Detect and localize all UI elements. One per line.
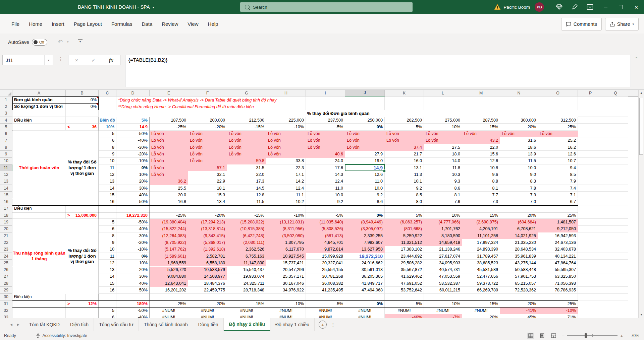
cell-H32[interactable]: #NUM! [266, 307, 306, 314]
cell-G17[interactable] [227, 205, 266, 212]
scroll-down-icon[interactable]: ▼ [640, 313, 643, 316]
cell-M7[interactable]: 43.2 [462, 137, 500, 144]
column-header-L[interactable]: L [424, 90, 462, 96]
cell-Q32[interactable] [603, 307, 628, 314]
cell-Q12[interactable] [603, 171, 628, 178]
restore-button[interactable] [613, 0, 629, 14]
cell-C22[interactable]: 9 [99, 239, 116, 246]
row-header-18[interactable]: 18 [0, 212, 12, 219]
cell-E20[interactable]: (15,822,244) [150, 226, 188, 232]
cell-Q11[interactable] [603, 164, 628, 171]
cell-K10[interactable]: 16.0 [385, 158, 424, 164]
cell-L26[interactable]: 40,574,731 [424, 267, 462, 273]
cell-J1[interactable] [345, 96, 385, 103]
cell-I10[interactable]: 24.0 [306, 158, 345, 164]
cell-I17[interactable] [306, 205, 345, 212]
cell-L24[interactable]: 27,617,074 [424, 253, 462, 260]
cell-D32[interactable]: -50% [116, 307, 150, 314]
cell-C7[interactable]: 6 [99, 137, 116, 144]
cell-F10[interactable]: Lỗ vốn [188, 158, 227, 164]
cell-J29[interactable]: 47,494,068 [345, 287, 385, 293]
cell-F22[interactable]: (5,368,017) [188, 239, 227, 246]
cell-I23[interactable]: 9,872,814 [306, 246, 345, 253]
cell-N6[interactable]: Lỗ vốn [500, 131, 538, 137]
cell-P5[interactable] [578, 124, 603, 130]
cell-H16[interactable]: 10.2 [266, 199, 306, 205]
cell-P7[interactable] [578, 137, 603, 144]
warning-icon[interactable] [494, 0, 501, 14]
cell-M10[interactable]: 12.6 [462, 158, 500, 164]
cell-P27[interactable] [578, 273, 603, 280]
cell-F33[interactable]: #NUM! [188, 314, 227, 318]
autosave-toggle[interactable]: Off [32, 39, 47, 46]
cell-E29[interactable]: 16,201,202 [150, 287, 188, 293]
row-header-4[interactable]: 4 [0, 117, 12, 124]
cell-J10[interactable]: 19.0 [345, 158, 385, 164]
cell-D29[interactable]: 50% [116, 287, 150, 293]
cell-P6[interactable] [578, 131, 603, 137]
cell-K23[interactable]: 17,383,102 [385, 246, 424, 253]
cell-M30[interactable] [462, 294, 500, 300]
cell-K21[interactable]: 5,259,922 [385, 232, 424, 239]
row-header-5[interactable]: 5 [0, 124, 12, 130]
cell-J8[interactable]: Lỗ vốn [345, 144, 385, 151]
cell-G31[interactable]: -15% [227, 300, 266, 307]
cell-E27[interactable]: 9,084,880 [150, 273, 188, 280]
cell-C6[interactable]: 5 [99, 131, 116, 137]
cell-H15[interactable]: 11.1 [266, 192, 306, 198]
row-header-9[interactable]: 9 [0, 151, 12, 157]
cell-O14[interactable]: 7.4 [538, 185, 578, 192]
cell-Q1[interactable] [603, 96, 628, 103]
cell-E11[interactable]: Lỗ vốn [150, 164, 188, 171]
cell-H9[interactable]: Lỗ vốn [266, 151, 306, 157]
cell-J28[interactable]: 41,849,717 [345, 280, 385, 287]
cell-J19[interactable]: (8,949,449) [345, 219, 385, 225]
cell-D17[interactable] [116, 205, 150, 212]
cell-M13[interactable]: 8.8 [462, 178, 500, 185]
cell-N29[interactable]: 72,528,362 [500, 287, 538, 293]
cell-G26[interactable]: 15,540,437 [227, 267, 266, 273]
cell-J16[interactable]: 8.6 [345, 199, 385, 205]
cell-H25[interactable]: 15,737,421 [266, 260, 306, 266]
cell-E33[interactable]: #NUM! [150, 314, 188, 318]
cell-H24[interactable]: 10,927,545 [266, 253, 306, 260]
cell-J24[interactable]: 19,272,310 [345, 253, 385, 260]
cell-H11[interactable]: 22.3 [266, 164, 306, 171]
cell-M9[interactable]: 15.6 [462, 151, 500, 157]
cell-O6[interactable]: Lỗ vốn [538, 131, 578, 137]
cell-F7[interactable]: Lỗ vốn [188, 137, 227, 144]
cell-I1[interactable] [306, 96, 345, 103]
cell-E17[interactable] [150, 205, 188, 212]
pen-settings-icon[interactable] [567, 0, 582, 14]
cell-O23[interactable]: 32,403,678 [538, 246, 578, 253]
cell-M20[interactable]: 4,205,191 [462, 226, 500, 232]
cell-N9[interactable]: 13.9 [500, 151, 538, 157]
cell-L6[interactable]: Lỗ vốn [424, 131, 462, 137]
row-header-24[interactable]: 24 [0, 253, 12, 260]
cell-N26[interactable]: 50,588,448 [500, 267, 538, 273]
cell-P30[interactable] [578, 294, 603, 300]
customize-toolbar-icon[interactable]: ▾ [78, 39, 83, 43]
cell-O33[interactable]: 71% [538, 314, 578, 318]
row-header-1[interactable]: 1 [0, 96, 12, 103]
zoom-slider-thumb[interactable] [585, 333, 587, 338]
cell-J30[interactable] [345, 294, 385, 300]
cell-E14[interactable]: 25.5 [150, 185, 188, 192]
cell-G30[interactable] [227, 294, 266, 300]
cell-D4[interactable]: 5% [116, 117, 150, 124]
column-header-G[interactable]: G [227, 90, 266, 96]
minimize-button[interactable] [598, 0, 613, 14]
cell-J27[interactable]: 36,205,365 [345, 273, 385, 280]
cell-J33[interactable]: #NUM! [345, 314, 385, 318]
cell-N1[interactable] [500, 96, 538, 103]
cell-A5[interactable] [12, 124, 66, 130]
cell-D11[interactable]: 0% [116, 164, 150, 171]
merged-label-A6-A16[interactable]: Thời gian hoàn vốn [12, 131, 66, 205]
cell-K8[interactable]: 37.4 [385, 144, 424, 151]
cell-M17[interactable] [462, 205, 500, 212]
cell-C19[interactable]: 5 [99, 219, 116, 225]
cell-O13[interactable]: 7.9 [538, 178, 578, 185]
cell-D23[interactable]: -10% [116, 246, 150, 253]
cell-P3[interactable] [578, 110, 603, 117]
cell-O28[interactable]: 71,056,393 [538, 280, 578, 287]
